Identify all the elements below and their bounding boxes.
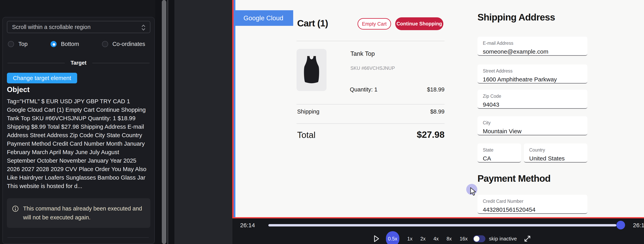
divider <box>296 41 444 41</box>
email-label: E-mail Address <box>483 41 587 46</box>
divider-line <box>92 63 150 63</box>
skip-inactive-toggle[interactable] <box>473 235 485 242</box>
scroll-position-radio-group: Top Bottom Co-ordinates <box>8 39 145 48</box>
payment-method-heading: Payment Method <box>478 173 550 184</box>
divider <box>296 123 444 124</box>
credit-card-value: 4432801561520454 <box>483 206 587 213</box>
street-value: 1600 Amphitheatre Parkway <box>483 76 587 83</box>
product-quantity: Quantity: 1 <box>350 86 378 93</box>
total-label: Total <box>297 130 316 140</box>
email-value: someone@example.com <box>483 48 587 55</box>
panel-splitter-handle[interactable] <box>168 0 168 244</box>
notice-text: This command has already been executed a… <box>23 204 145 222</box>
viewport-edge-highlight <box>234 0 236 217</box>
playback-bar: 26:14 26:1 0.5x 1x 2x 4x 8x 16x skip ina… <box>232 218 644 244</box>
already-executed-notice: This command has already been executed a… <box>7 198 150 228</box>
info-icon <box>12 205 19 212</box>
replay-stage-background <box>174 0 232 244</box>
product-name: Tank Top <box>350 50 375 57</box>
street-label: Street Address <box>483 68 587 74</box>
country-field[interactable]: Country United States <box>524 144 587 163</box>
street-address-field[interactable]: Street Address 1600 Amphitheatre Parkway <box>478 64 587 84</box>
shipping-address-heading: Shipping Address <box>478 12 555 23</box>
state-label: State <box>483 147 521 153</box>
radio-coordinates-circle-icon[interactable] <box>102 41 108 47</box>
speed-option-1x[interactable]: 1x <box>407 236 412 242</box>
end-time: 26:1 <box>633 222 644 229</box>
city-field[interactable]: City Mountain View <box>478 116 587 135</box>
object-heading: Object <box>7 86 30 94</box>
divider <box>296 104 444 104</box>
radio-top-label: Top <box>18 41 28 47</box>
product-image-tank-top <box>296 49 326 91</box>
panel-scrollbar[interactable] <box>162 0 166 244</box>
command-type-select[interactable]: Scroll within a scrollable region <box>7 21 150 33</box>
target-highlight-border-left <box>232 0 234 218</box>
radio-top[interactable]: Top <box>8 41 28 47</box>
divider-line <box>8 63 65 63</box>
shipping-label: Shipping <box>297 108 320 115</box>
command-type-value: Scroll within a scrollable region <box>12 24 90 30</box>
skip-inactive-label: skip inactive <box>489 236 517 242</box>
credit-card-label: Credit Card Number <box>483 199 587 204</box>
continue-shopping-button[interactable]: Continue Shopping <box>395 17 443 30</box>
state-value: CA <box>483 155 521 162</box>
zip-code-field[interactable]: Zip Code 94043 <box>478 90 587 109</box>
playback-controls: 0.5x 1x 2x 4x 8x 16x skip inactive <box>373 233 531 244</box>
mouse-cursor-icon <box>470 187 478 197</box>
shipping-price: $8.99 <box>405 108 444 115</box>
target-section-label: Target <box>71 60 86 66</box>
speed-option-0-5x[interactable]: 0.5x <box>386 231 399 244</box>
seek-bar[interactable] <box>268 224 616 227</box>
email-field[interactable]: E-mail Address someone@example.com <box>478 37 587 56</box>
product-price: $18.99 <box>405 86 444 93</box>
state-field[interactable]: State CA <box>478 144 521 163</box>
radio-top-circle-icon[interactable] <box>8 41 14 47</box>
country-value: United States <box>529 155 587 162</box>
radio-bottom-label: Bottom <box>61 41 79 47</box>
current-time: 26:14 <box>240 222 255 229</box>
zip-value: 94043 <box>483 101 587 108</box>
radio-bottom[interactable]: Bottom <box>50 41 79 47</box>
radio-coordinates[interactable]: Co-ordinates <box>102 41 145 47</box>
radio-bottom-circle-icon[interactable] <box>50 41 57 47</box>
target-section-divider: Target <box>8 60 150 66</box>
total-price: $27.98 <box>385 129 444 140</box>
city-label: City <box>483 120 587 126</box>
speed-option-8x[interactable]: 8x <box>446 236 452 242</box>
google-cloud-badge: Google Cloud <box>236 10 293 26</box>
country-label: Country <box>529 147 587 153</box>
panel-divider <box>8 237 149 238</box>
session-replay-app: Scroll within a scrollable region Top Bo… <box>0 0 644 244</box>
select-chevrons-icon <box>141 24 146 32</box>
change-target-element-button[interactable]: Change target element <box>7 73 77 83</box>
object-text: Tag="HTML" $ EUR USD JPY GBP TRY CAD 1 G… <box>7 97 148 190</box>
cart-title: Cart (1) <box>297 18 328 28</box>
toggle-knob <box>474 236 480 242</box>
seek-handle[interactable] <box>616 221 625 230</box>
zip-label: Zip Code <box>483 94 587 99</box>
speed-option-4x[interactable]: 4x <box>434 236 438 242</box>
tank-top-icon <box>301 54 322 86</box>
speed-option-2x[interactable]: 2x <box>420 236 426 242</box>
credit-card-number-field[interactable]: Credit Card Number 4432801561520454 <box>478 195 587 214</box>
replayed-webpage: Google Cloud Cart (1) Empty Cart Continu… <box>236 0 644 217</box>
empty-cart-button[interactable]: Empty Cart <box>358 18 391 29</box>
play-button[interactable] <box>373 235 380 243</box>
speed-option-16x[interactable]: 16x <box>460 236 468 242</box>
fullscreen-icon[interactable] <box>524 235 531 242</box>
product-sku: SKU #66VCHSJNUP <box>350 65 395 71</box>
command-panel: Scroll within a scrollable region Top Bo… <box>2 17 155 244</box>
radio-coordinates-label: Co-ordinates <box>112 41 145 47</box>
city-value: Mountain View <box>483 128 587 135</box>
